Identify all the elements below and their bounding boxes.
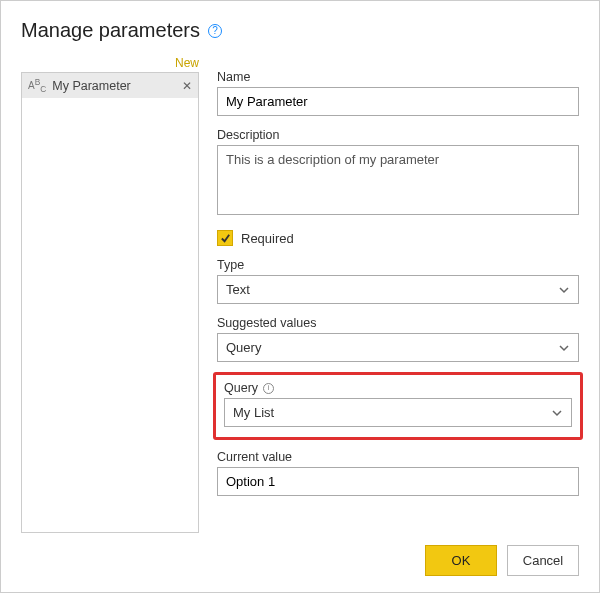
required-label: Required	[241, 231, 294, 246]
suggested-values-field: Suggested values Query	[217, 316, 579, 362]
chevron-down-icon	[558, 342, 570, 354]
ok-button[interactable]: OK	[425, 545, 497, 576]
close-icon[interactable]: ✕	[182, 79, 192, 93]
description-field: Description	[217, 128, 579, 218]
suggested-values-value: Query	[226, 340, 261, 355]
dialog-title: Manage parameters	[21, 19, 200, 42]
help-icon[interactable]: ?	[208, 24, 222, 38]
query-select[interactable]: My List	[224, 398, 572, 427]
name-field: Name	[217, 70, 579, 116]
parameter-list: ABC My Parameter ✕	[21, 72, 199, 533]
name-label: Name	[217, 70, 579, 84]
query-label-text: Query	[224, 381, 258, 395]
description-input[interactable]	[217, 145, 579, 215]
parameter-form: Name Description Required Type Text	[217, 56, 579, 533]
query-field-highlight: Query i My List	[213, 372, 583, 440]
query-label: Query i	[224, 381, 572, 395]
manage-parameters-dialog: Manage parameters ? New ABC My Parameter…	[0, 0, 600, 593]
type-value: Text	[226, 282, 250, 297]
dialog-header: Manage parameters ?	[21, 19, 579, 42]
dialog-buttons: OK Cancel	[21, 533, 579, 576]
query-value: My List	[233, 405, 274, 420]
cancel-button[interactable]: Cancel	[507, 545, 579, 576]
parameter-sidebar: New ABC My Parameter ✕	[21, 56, 199, 533]
parameter-list-item[interactable]: ABC My Parameter ✕	[22, 73, 198, 98]
current-value-label: Current value	[217, 450, 579, 464]
type-select[interactable]: Text	[217, 275, 579, 304]
dialog-body: New ABC My Parameter ✕ Name Description	[21, 56, 579, 533]
suggested-values-select[interactable]: Query	[217, 333, 579, 362]
current-value-input[interactable]	[217, 467, 579, 496]
required-field: Required	[217, 230, 579, 246]
info-icon[interactable]: i	[263, 383, 274, 394]
suggested-values-label: Suggested values	[217, 316, 579, 330]
type-field: Type Text	[217, 258, 579, 304]
required-checkbox[interactable]	[217, 230, 233, 246]
current-value-field: Current value	[217, 450, 579, 496]
new-parameter-link[interactable]: New	[21, 56, 199, 70]
name-input[interactable]	[217, 87, 579, 116]
parameter-item-label: My Parameter	[52, 79, 131, 93]
text-type-icon: ABC	[28, 77, 46, 94]
chevron-down-icon	[551, 407, 563, 419]
description-label: Description	[217, 128, 579, 142]
type-label: Type	[217, 258, 579, 272]
chevron-down-icon	[558, 284, 570, 296]
check-icon	[220, 233, 231, 244]
